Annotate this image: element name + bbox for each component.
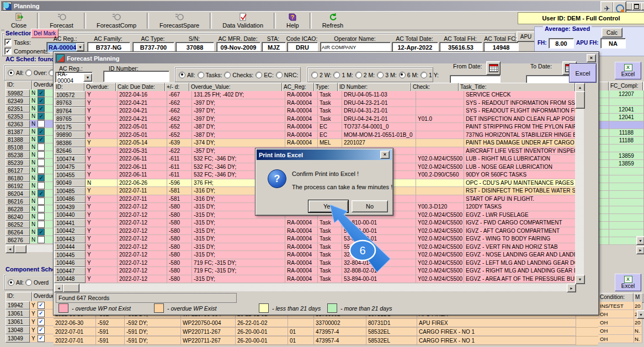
overdue-checkbox[interactable]: ✓ [38, 228, 45, 236]
apu-button[interactable]: APU [517, 31, 535, 42]
period-filter-1M[interactable]: 1 M: [333, 72, 353, 78]
excel-button-bottom[interactable]: X Excel [615, 274, 641, 291]
apu-fh-value-field[interactable]: NA [600, 38, 626, 49]
fc-compl-row[interactable]: 12041 [598, 106, 644, 114]
radio-6M[interactable] [399, 72, 406, 78]
component-row[interactable]: 13049Y✓ [6, 334, 55, 343]
restore-button[interactable] [632, 2, 641, 10]
ac-sched-row[interactable]: 59982N✓ [6, 89, 55, 97]
ac-sched-row[interactable]: 86180N✓ [6, 174, 55, 182]
table-hscroll-track[interactable] [54, 284, 575, 291]
type-filter-Checks[interactable]: Checks: [224, 72, 253, 78]
overdue-checkbox[interactable] [38, 143, 45, 151]
close-window-button[interactable]: × [641, 2, 644, 10]
fc-compl-row[interactable]: 12207 [598, 90, 644, 98]
component-col-id[interactable]: ID: [6, 292, 32, 302]
forecast-table-row[interactable]: 100444Y2022-07-12-580-315 DY;RA-00004Tas… [54, 243, 581, 252]
condition-scroll-down[interactable]: ▼ [637, 310, 644, 319]
component-detail-row[interactable]: 2022-07-01-591-591 DY;WP220711-26726-20-… [54, 337, 598, 345]
forecast-table-row[interactable]: 100442Y2022-07-12-580-315 DY;RA-00004Tas… [54, 227, 581, 236]
forecast-table-row[interactable]: 100443Y2022-07-12-580-315 DY;RA-00004Tas… [54, 235, 581, 243]
dialog-titlebar[interactable]: Print into Excel × [257, 150, 392, 160]
table-vscroll-thumb[interactable] [575, 91, 585, 109]
fc-compl-row[interactable] [598, 222, 644, 229]
forecast-table-row[interactable]: 99890Y2022-05-01-652-387 DY;RA-00004ECMO… [54, 131, 581, 140]
fc-scroll-right[interactable]: ► [636, 246, 644, 254]
ac-sched-row[interactable]: 62353N✓ [6, 113, 55, 120]
excel-button-top[interactable]: X Excel [615, 62, 641, 79]
overdue-checkbox[interactable]: ✓ [38, 318, 45, 325]
ac-sched-row[interactable]: 62349N✓ [6, 97, 55, 105]
forecast-ac-reg-combo[interactable]: RA-00004 ▼ [55, 72, 93, 83]
radio-Tasks[interactable] [198, 72, 204, 78]
forecast-table-row[interactable]: 100441Y2022-07-12-580-315 DY;RA-00004Tas… [54, 219, 581, 227]
components-checkbox[interactable]: ✓ [4, 47, 12, 55]
calc-button[interactable]: Calc [602, 28, 622, 38]
overdue-checkbox[interactable]: ✓ [38, 113, 45, 120]
toolbar-button-refresh[interactable]: Refresh [312, 12, 354, 30]
component-all-radio[interactable] [8, 279, 14, 286]
type-filter-EC[interactable]: EC: [256, 72, 274, 78]
fc-compl-row[interactable] [598, 191, 644, 199]
ac-sched-row[interactable]: 86204N✓ [6, 190, 55, 197]
fc-compl-row[interactable] [598, 175, 644, 183]
forecast-id-number-input[interactable] [103, 71, 169, 82]
ac-sched-all-radio[interactable] [8, 70, 14, 76]
overdue-checkbox[interactable]: ✓ [38, 136, 45, 143]
toolbar-button-help[interactable]: ?Help [276, 12, 309, 30]
fc-compl-row[interactable]: 13859 [598, 152, 644, 160]
forecast-table-row[interactable]: 89765Y2022-04-21-662-397 DY;RA-00004Task… [54, 115, 581, 124]
component-row[interactable]: 19942Y✓ [6, 301, 55, 309]
forecast-table-row[interactable]: 90175Y2022-05-01-652-387 DY;RA-00004ECTO… [54, 123, 581, 131]
component-detail-row[interactable]: 2022-06-30-592-592 DY;WP220750-00426-22-… [54, 319, 598, 328]
ac-sched-row[interactable]: 85108N [6, 143, 55, 151]
ac-sched-hscrollbar[interactable]: ◄ [6, 245, 55, 253]
tasks-checkbox[interactable]: ✓ [4, 39, 12, 46]
table-scroll-down[interactable]: ▼ [575, 275, 585, 284]
radio-1M[interactable] [333, 72, 340, 78]
overdue-checkbox[interactable] [38, 213, 45, 220]
period-filter-6M[interactable]: 6 M: [399, 72, 418, 78]
toolbar-button-validation[interactable]: Data Validation [212, 12, 273, 30]
condition-row[interactable]: OH20 [598, 318, 642, 327]
overdue-checkbox[interactable]: ✓ [38, 128, 45, 135]
table-hscroll-thumb[interactable] [63, 284, 79, 292]
period-filter-2M[interactable]: 2 M: [355, 72, 375, 78]
forecast-excel-button[interactable]: Excel [569, 63, 597, 83]
condition-row[interactable]: INS/TEST20 [598, 302, 642, 310]
condition-row[interactable]: OHN. [598, 327, 642, 335]
period-filter-1Y[interactable]: 1 Y: [421, 72, 439, 78]
overdue-checkbox[interactable]: ✓ [38, 335, 45, 342]
type-filter-All[interactable]: All: [179, 72, 195, 78]
ac-sched-row[interactable]: 86252N [6, 221, 55, 228]
overdue-checkbox[interactable] [38, 205, 45, 212]
radio-Checks[interactable] [224, 72, 231, 78]
ac-sched-row[interactable]: 86240N [6, 213, 55, 221]
period-filter-2W[interactable]: 2 W: [311, 72, 331, 78]
component-row[interactable]: 13061Y✓ [6, 318, 55, 326]
overdue-checkbox[interactable] [38, 167, 45, 174]
radio-All[interactable] [179, 72, 185, 78]
overdue-checkbox[interactable]: ✓ [38, 174, 45, 181]
overdue-checkbox[interactable] [38, 236, 45, 243]
fc-compl-row[interactable] [598, 206, 644, 214]
overdue-checkbox[interactable] [38, 120, 45, 127]
ac-sched-row[interactable]: 81388N✓ [6, 136, 55, 143]
forecast-close-button[interactable]: × [587, 54, 596, 62]
fc-compl-row[interactable] [598, 145, 644, 152]
forecast-table-row[interactable]: 100572Y2022-04-16-667131.25 FH; -402 DY;… [54, 91, 581, 99]
ac-reg-dropdown-arrow[interactable]: ▼ [76, 43, 84, 51]
ac-sched-row[interactable]: 62351N✓ [6, 105, 55, 113]
condition-row[interactable]: OHN. [598, 335, 642, 343]
forecast-table-row[interactable]: 98386Y2022-05-14-639-374 DY;RA-00004MEL2… [54, 139, 581, 147]
combo-dropdown-arrow[interactable]: ▼ [83, 73, 92, 82]
overdue-checkbox[interactable]: ✓ [38, 310, 45, 317]
overdue-checkbox[interactable] [38, 151, 45, 158]
overdue-checkbox[interactable]: ✓ [38, 97, 45, 104]
overdue-checkbox[interactable] [38, 182, 45, 189]
type-filter-NRC[interactable]: NRC: [276, 72, 299, 78]
component-row[interactable]: 13061Y✓ [6, 309, 55, 318]
fh-value-field[interactable]: 8.00 [549, 38, 574, 49]
forecast-table-row[interactable]: 100446Y2022-07-12-580719 FC; -315 DY;RA-… [54, 259, 581, 268]
ac-sched-row[interactable]: 86276N [6, 236, 55, 244]
